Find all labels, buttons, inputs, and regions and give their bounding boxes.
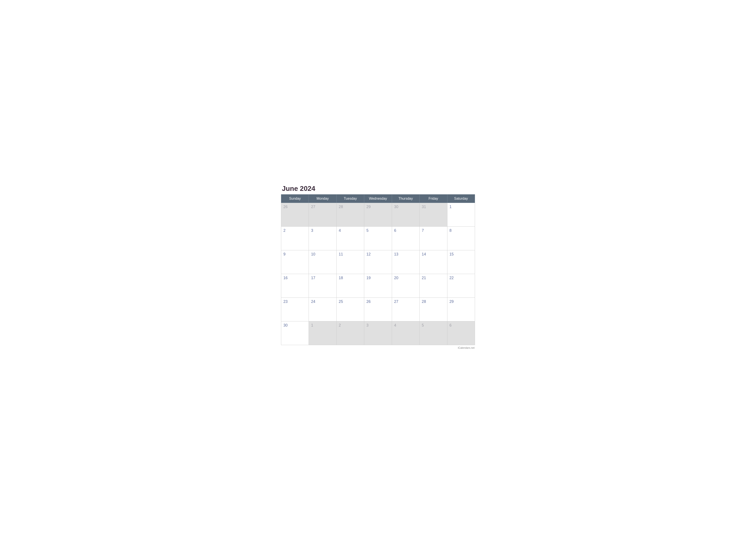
day-number: 25 [339, 299, 343, 304]
header-day-saturday: Saturday [447, 194, 475, 203]
day-number: 1 [311, 323, 313, 327]
calendar-cell[interactable]: 7 [419, 227, 447, 250]
day-number: 8 [449, 228, 452, 233]
calendar-body: 2627282930311234567891011121314151617181… [281, 203, 475, 345]
calendar-cell[interactable]: 30 [392, 203, 419, 227]
day-number: 6 [394, 228, 396, 233]
day-number: 26 [366, 299, 371, 304]
day-number: 3 [366, 323, 368, 327]
header-day-monday: Monday [309, 194, 337, 203]
calendar-week-4: 23242526272829 [281, 298, 475, 321]
calendar-cell[interactable]: 16 [281, 274, 309, 298]
calendar-cell[interactable]: 3 [364, 321, 392, 345]
day-number: 28 [339, 205, 343, 209]
day-number: 3 [311, 228, 313, 233]
day-number: 5 [366, 228, 368, 233]
calendar-cell[interactable]: 21 [419, 274, 447, 298]
day-number: 17 [311, 276, 315, 280]
calendar-cell[interactable]: 3 [309, 227, 337, 250]
calendar-cell[interactable]: 30 [281, 321, 309, 345]
calendar-cell[interactable]: 22 [447, 274, 475, 298]
calendar-cell[interactable]: 28 [337, 203, 364, 227]
calendar-container: June 2024 SundayMondayTuesdayWednesdayTh… [281, 185, 475, 349]
day-number: 11 [339, 252, 343, 256]
day-number: 20 [394, 276, 398, 280]
day-number: 23 [284, 299, 288, 304]
day-number: 14 [422, 252, 426, 256]
day-number: 29 [366, 205, 371, 209]
day-number: 18 [339, 276, 343, 280]
calendar-cell[interactable]: 8 [447, 227, 475, 250]
calendar-week-0: 2627282930311 [281, 203, 475, 227]
calendar-cell[interactable]: 9 [281, 250, 309, 274]
day-number: 12 [366, 252, 371, 256]
calendar-cell[interactable]: 31 [419, 203, 447, 227]
header-day-friday: Friday [419, 194, 447, 203]
calendar-week-5: 30123456 [281, 321, 475, 345]
calendar-cell[interactable]: 29 [447, 298, 475, 321]
calendar-cell[interactable]: 14 [419, 250, 447, 274]
calendar-week-1: 2345678 [281, 227, 475, 250]
calendar-cell[interactable]: 1 [309, 321, 337, 345]
day-number: 21 [422, 276, 426, 280]
calendar-cell[interactable]: 17 [309, 274, 337, 298]
calendar-week-2: 9101112131415 [281, 250, 475, 274]
calendar-cell[interactable]: 4 [337, 227, 364, 250]
header-day-sunday: Sunday [281, 194, 309, 203]
calendar-cell[interactable]: 4 [392, 321, 419, 345]
calendar-cell[interactable]: 2 [281, 227, 309, 250]
day-number: 2 [339, 323, 341, 327]
calendar-cell[interactable]: 29 [364, 203, 392, 227]
day-number: 26 [284, 205, 288, 209]
calendar-cell[interactable]: 27 [392, 298, 419, 321]
calendar-cell[interactable]: 19 [364, 274, 392, 298]
calendar-cell[interactable]: 13 [392, 250, 419, 274]
calendar-cell[interactable]: 2 [337, 321, 364, 345]
day-number: 19 [366, 276, 371, 280]
calendar-title: June 2024 [281, 185, 475, 192]
day-number: 27 [311, 205, 315, 209]
calendar-cell[interactable]: 5 [364, 227, 392, 250]
calendar-cell[interactable]: 15 [447, 250, 475, 274]
calendar-cell[interactable]: 5 [419, 321, 447, 345]
day-number: 27 [394, 299, 398, 304]
header-row: SundayMondayTuesdayWednesdayThursdayFrid… [281, 194, 475, 203]
day-number: 5 [422, 323, 424, 327]
calendar-cell[interactable]: 26 [281, 203, 309, 227]
day-number: 29 [449, 299, 454, 304]
calendar-cell[interactable]: 12 [364, 250, 392, 274]
day-number: 2 [284, 228, 285, 233]
calendar-cell[interactable]: 11 [337, 250, 364, 274]
day-number: 30 [394, 205, 398, 209]
calendar-cell[interactable]: 27 [309, 203, 337, 227]
calendar-cell[interactable]: 25 [337, 298, 364, 321]
calendar-cell[interactable]: 28 [419, 298, 447, 321]
header-day-tuesday: Tuesday [337, 194, 364, 203]
calendar-cell[interactable]: 26 [364, 298, 392, 321]
day-number: 22 [449, 276, 454, 280]
calendar-cell[interactable]: 6 [447, 321, 475, 345]
calendar-cell[interactable]: 18 [337, 274, 364, 298]
calendar-week-3: 16171819202122 [281, 274, 475, 298]
day-number: 9 [284, 252, 285, 256]
calendar-cell[interactable]: 10 [309, 250, 337, 274]
day-number: 28 [422, 299, 426, 304]
day-number: 30 [284, 323, 288, 327]
day-number: 4 [339, 228, 341, 233]
day-number: 31 [422, 205, 426, 209]
header-day-wednesday: Wednesday [364, 194, 392, 203]
day-number: 16 [284, 276, 288, 280]
footer-credit: iCalendars.net [281, 346, 475, 349]
header-day-thursday: Thursday [392, 194, 419, 203]
day-number: 10 [311, 252, 315, 256]
calendar-cell[interactable]: 20 [392, 274, 419, 298]
calendar-table: SundayMondayTuesdayWednesdayThursdayFrid… [281, 194, 475, 345]
day-number: 13 [394, 252, 398, 256]
calendar-cell[interactable]: 24 [309, 298, 337, 321]
day-number: 7 [422, 228, 424, 233]
day-number: 4 [394, 323, 396, 327]
calendar-cell[interactable]: 6 [392, 227, 419, 250]
calendar-cell[interactable]: 23 [281, 298, 309, 321]
calendar-cell[interactable]: 1 [447, 203, 475, 227]
day-number: 1 [449, 205, 452, 209]
